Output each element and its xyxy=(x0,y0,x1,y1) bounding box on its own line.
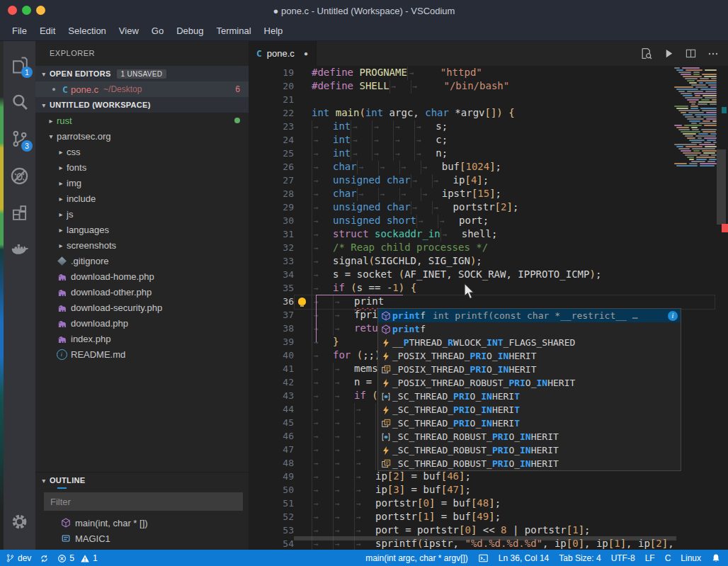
lightbulb-icon[interactable] xyxy=(298,298,306,305)
vertical-scrollbar[interactable] xyxy=(717,149,726,225)
split-editor-icon[interactable] xyxy=(686,48,696,59)
suggestion-item-10[interactable]: _SC_THREAD_ROBUST_PRIO_INHERIT xyxy=(378,443,681,457)
menu-item-help[interactable]: Help xyxy=(258,26,290,36)
tree-item-parrotsec-org[interactable]: ▾parrotsec.org xyxy=(35,128,249,144)
suggestion-item-8[interactable]: _SC_THREAD_PRIO_INHERIT xyxy=(378,417,681,430)
code-line-30[interactable]: 30→unsigned short→→port; xyxy=(249,214,728,227)
tab-dirty-icon[interactable]: ● xyxy=(304,50,308,57)
suggestion-item-2[interactable]: __PTHREAD_RWLOCK_INT_FLAGS_SHARED xyxy=(378,336,681,349)
code-line-32[interactable]: 32→/* Reap child processes */ xyxy=(249,241,728,254)
tree-item-download-other-php[interactable]: download-other.php xyxy=(35,284,249,300)
more-actions-icon[interactable] xyxy=(707,48,719,60)
outline-item-magic2[interactable]: MAGIC2 xyxy=(35,546,249,550)
suggestion-item-7[interactable]: _SC_THREAD_PRIO_INHERIT xyxy=(378,403,681,417)
open-preview-icon[interactable] xyxy=(640,47,652,60)
tree-item-fonts[interactable]: ▸fonts xyxy=(35,159,249,175)
close-window-button[interactable] xyxy=(8,6,17,15)
tree-item-js[interactable]: ▸js xyxy=(35,206,249,222)
dirty-indicator-icon[interactable]: ● xyxy=(48,86,59,93)
code-line-31[interactable]: 31→struct sockaddr_in→shell; xyxy=(249,227,728,241)
problems-indicator[interactable]: 5 1 xyxy=(57,553,97,563)
suggestion-item-3[interactable]: _POSIX_THREAD_PRIO_INHERIT xyxy=(378,349,681,363)
suggestion-item-9[interactable]: _SC_THREAD_ROBUST_PRIO_INHERIT xyxy=(378,430,681,443)
suggestion-item-5[interactable]: _POSIX_THREAD_ROBUST_PRIO_INHERIT xyxy=(378,376,681,390)
tree-item-screenshots[interactable]: ▸screenshots xyxy=(35,237,249,253)
tree-item-img[interactable]: ▸img xyxy=(35,175,249,191)
code-line-29[interactable]: 29→unsigned char→→portstr[2]; xyxy=(249,200,728,214)
menu-item-edit[interactable]: Edit xyxy=(33,26,62,36)
code-line-50[interactable]: 50→→→ip[3] = buf[47]; xyxy=(249,483,728,497)
menu-item-terminal[interactable]: Terminal xyxy=(210,26,257,36)
code-line-34[interactable]: 34→s = socket (AF_INET, SOCK_RAW, IPPROT… xyxy=(249,268,728,281)
tree-item-languages[interactable]: ▸languages xyxy=(35,222,249,237)
outline-filter-input[interactable] xyxy=(44,492,243,511)
menu-item-selection[interactable]: Selection xyxy=(62,26,112,36)
menu-item-debug[interactable]: Debug xyxy=(170,26,210,36)
code-line-53[interactable]: 53→→→port = portstr[0] << 8 | portstr[1]… xyxy=(249,523,728,537)
workspace-section-header[interactable]: ▾ UNTITLED (WORKSPACE) xyxy=(35,97,249,113)
git-branch-indicator[interactable]: dev xyxy=(6,553,31,563)
code-line-25[interactable]: 25→int→→→→n; xyxy=(249,147,728,160)
code-line-23[interactable]: 23→int→→→→s; xyxy=(249,120,728,133)
code-line-49[interactable]: 49→→→ip[2] = buf[46]; xyxy=(249,470,728,483)
code-line-36[interactable]: 36→→print xyxy=(249,295,728,308)
info-icon[interactable]: i xyxy=(668,311,678,321)
search-activity-icon[interactable] xyxy=(4,84,35,120)
symbol-breadcrumb[interactable]: main(int argc, char * argv[]) xyxy=(365,553,468,563)
tree-item-readme-md[interactable]: iREADME.md xyxy=(35,346,249,362)
suggestion-item-0[interactable]: printfint printf(const char *__restrict_… xyxy=(378,309,681,322)
code-line-19[interactable]: 19#define PROGNAME→ "httpd" xyxy=(249,66,728,79)
code-line-51[interactable]: 51→→→portstr[0] = buf[48]; xyxy=(249,497,728,510)
code-line-33[interactable]: 33→signal(SIGCHLD, SIG_IGN); xyxy=(249,254,728,268)
menu-item-view[interactable]: View xyxy=(113,26,145,36)
code-line-24[interactable]: 24→int→→→→c; xyxy=(249,133,728,147)
code-line-28[interactable]: 28→char→→→→ipstr[15]; xyxy=(249,187,728,200)
suggestion-item-1[interactable]: printf xyxy=(378,322,681,336)
outline-item-magic1[interactable]: MAGIC1 xyxy=(35,531,249,546)
os-indicator[interactable]: Linux xyxy=(681,553,701,563)
tree-item--gitignore[interactable]: .gitignore xyxy=(35,253,249,268)
debug-disabled-activity-icon[interactable] xyxy=(4,157,35,194)
sync-button[interactable] xyxy=(40,554,49,563)
tree-item-download-php[interactable]: download.php xyxy=(35,315,249,331)
explorer-activity-icon[interactable]: 1 xyxy=(4,47,35,84)
tab-pone-c[interactable]: C pone.c ● xyxy=(249,41,317,66)
code-line-35[interactable]: 35→if (s == -1) { xyxy=(249,281,728,295)
bell-icon[interactable] xyxy=(711,553,721,563)
tree-item-index-php[interactable]: index.php xyxy=(35,331,249,346)
menu-item-file[interactable]: File xyxy=(6,26,33,36)
code-line-20[interactable]: 20#define SHELL→→ "/bin/bash" xyxy=(249,79,728,93)
menu-item-go[interactable]: Go xyxy=(145,26,170,36)
maximize-window-button[interactable] xyxy=(22,6,31,15)
tree-item-download-home-php[interactable]: download-home.php xyxy=(35,268,249,284)
language-mode-indicator[interactable]: C xyxy=(665,553,671,563)
tree-item-css[interactable]: ▸css xyxy=(35,144,249,159)
line-col-indicator[interactable]: Ln 36, Col 14 xyxy=(499,553,549,563)
eol-indicator[interactable]: LF xyxy=(645,553,655,563)
suggestion-item-4[interactable]: _POSIX_THREAD_PRIO_INHERIT xyxy=(378,363,681,376)
suggestion-item-6[interactable]: _SC_THREAD_PRIO_INHERIT xyxy=(378,390,681,403)
horizontal-scrollbar[interactable] xyxy=(294,536,676,540)
code-line-52[interactable]: 52→→→portstr[1] = buf[49]; xyxy=(249,510,728,523)
tree-item-include[interactable]: ▸include xyxy=(35,191,249,206)
minimize-window-button[interactable] xyxy=(36,6,45,15)
extensions-activity-icon[interactable] xyxy=(4,194,35,231)
terminal-icon[interactable] xyxy=(478,553,489,563)
code-line-22[interactable]: 22int main(int argc, char *argv[]) { xyxy=(249,106,728,120)
open-editors-header[interactable]: ▾ OPEN EDITORS 1 UNSAVED xyxy=(35,66,249,81)
code-line-27[interactable]: 27→unsigned char→→ip[4]; xyxy=(249,174,728,187)
tree-item-rust[interactable]: ▸rust xyxy=(35,113,249,128)
code-line-21[interactable]: 21 xyxy=(249,93,728,106)
run-icon[interactable] xyxy=(664,48,674,59)
gear-icon[interactable] xyxy=(4,503,35,540)
code-editor[interactable]: 19#define PROGNAME→ "httpd"20#define SHE… xyxy=(249,66,728,550)
tab-size-indicator[interactable]: Tab Size: 4 xyxy=(559,553,601,563)
encoding-indicator[interactable]: UTF-8 xyxy=(611,553,635,563)
outline-item-main-int-char-[interactable]: main(int, char * []) xyxy=(35,515,249,531)
open-editor-item-pone-c[interactable]: ● C pone.c ~/Desktop 6 xyxy=(35,81,249,97)
source-control-activity-icon[interactable]: 3 xyxy=(4,120,35,157)
suggestion-item-11[interactable]: _SC_THREAD_ROBUST_PRIO_INHERIT xyxy=(378,457,681,470)
tree-item-download-security-php[interactable]: download-security.php xyxy=(35,300,249,315)
code-line-26[interactable]: 26→char→→→→buf[1024]; xyxy=(249,160,728,174)
minimap[interactable] xyxy=(673,67,717,167)
